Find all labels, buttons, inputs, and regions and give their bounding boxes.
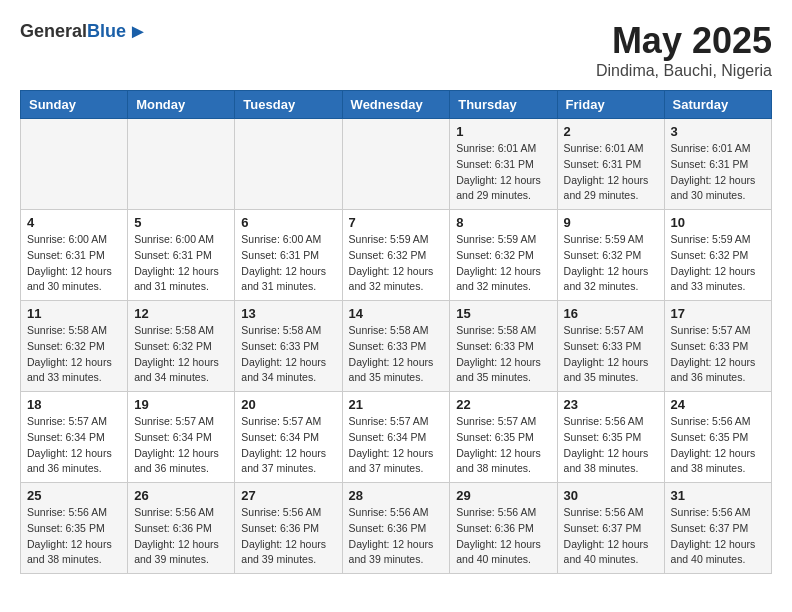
day-info: Sunrise: 5:57 AM Sunset: 6:33 PM Dayligh… — [671, 323, 765, 386]
calendar-cell: 5Sunrise: 6:00 AM Sunset: 6:31 PM Daylig… — [128, 210, 235, 301]
day-info: Sunrise: 5:56 AM Sunset: 6:37 PM Dayligh… — [671, 505, 765, 568]
calendar-cell — [342, 119, 450, 210]
week-row-4: 18Sunrise: 5:57 AM Sunset: 6:34 PM Dayli… — [21, 392, 772, 483]
calendar-cell: 16Sunrise: 5:57 AM Sunset: 6:33 PM Dayli… — [557, 301, 664, 392]
calendar-cell: 14Sunrise: 5:58 AM Sunset: 6:33 PM Dayli… — [342, 301, 450, 392]
calendar-cell: 27Sunrise: 5:56 AM Sunset: 6:36 PM Dayli… — [235, 483, 342, 574]
day-info: Sunrise: 5:59 AM Sunset: 6:32 PM Dayligh… — [456, 232, 550, 295]
header-sunday: Sunday — [21, 91, 128, 119]
day-number: 12 — [134, 306, 228, 321]
day-info: Sunrise: 5:56 AM Sunset: 6:35 PM Dayligh… — [27, 505, 121, 568]
day-number: 27 — [241, 488, 335, 503]
day-number: 13 — [241, 306, 335, 321]
day-info: Sunrise: 5:59 AM Sunset: 6:32 PM Dayligh… — [671, 232, 765, 295]
day-info: Sunrise: 5:59 AM Sunset: 6:32 PM Dayligh… — [349, 232, 444, 295]
day-number: 23 — [564, 397, 658, 412]
weekday-header-row: Sunday Monday Tuesday Wednesday Thursday… — [21, 91, 772, 119]
day-number: 17 — [671, 306, 765, 321]
calendar-cell: 28Sunrise: 5:56 AM Sunset: 6:36 PM Dayli… — [342, 483, 450, 574]
calendar-cell: 4Sunrise: 6:00 AM Sunset: 6:31 PM Daylig… — [21, 210, 128, 301]
day-number: 14 — [349, 306, 444, 321]
day-number: 1 — [456, 124, 550, 139]
month-title: May 2025 — [596, 20, 772, 62]
calendar-cell — [128, 119, 235, 210]
day-number: 25 — [27, 488, 121, 503]
day-number: 4 — [27, 215, 121, 230]
day-info: Sunrise: 6:00 AM Sunset: 6:31 PM Dayligh… — [134, 232, 228, 295]
calendar-cell: 9Sunrise: 5:59 AM Sunset: 6:32 PM Daylig… — [557, 210, 664, 301]
header-thursday: Thursday — [450, 91, 557, 119]
calendar-cell: 31Sunrise: 5:56 AM Sunset: 6:37 PM Dayli… — [664, 483, 771, 574]
week-row-5: 25Sunrise: 5:56 AM Sunset: 6:35 PM Dayli… — [21, 483, 772, 574]
header-monday: Monday — [128, 91, 235, 119]
day-info: Sunrise: 5:59 AM Sunset: 6:32 PM Dayligh… — [564, 232, 658, 295]
week-row-1: 1Sunrise: 6:01 AM Sunset: 6:31 PM Daylig… — [21, 119, 772, 210]
calendar-cell: 13Sunrise: 5:58 AM Sunset: 6:33 PM Dayli… — [235, 301, 342, 392]
header-friday: Friday — [557, 91, 664, 119]
day-info: Sunrise: 5:58 AM Sunset: 6:33 PM Dayligh… — [241, 323, 335, 386]
day-info: Sunrise: 5:56 AM Sunset: 6:35 PM Dayligh… — [671, 414, 765, 477]
calendar-cell: 23Sunrise: 5:56 AM Sunset: 6:35 PM Dayli… — [557, 392, 664, 483]
day-number: 28 — [349, 488, 444, 503]
day-number: 2 — [564, 124, 658, 139]
day-info: Sunrise: 5:57 AM Sunset: 6:33 PM Dayligh… — [564, 323, 658, 386]
calendar-cell: 6Sunrise: 6:00 AM Sunset: 6:31 PM Daylig… — [235, 210, 342, 301]
day-info: Sunrise: 5:56 AM Sunset: 6:37 PM Dayligh… — [564, 505, 658, 568]
day-number: 30 — [564, 488, 658, 503]
day-info: Sunrise: 6:01 AM Sunset: 6:31 PM Dayligh… — [564, 141, 658, 204]
day-number: 6 — [241, 215, 335, 230]
day-number: 11 — [27, 306, 121, 321]
calendar-cell: 18Sunrise: 5:57 AM Sunset: 6:34 PM Dayli… — [21, 392, 128, 483]
logo-general-text: General — [20, 21, 87, 42]
day-info: Sunrise: 5:57 AM Sunset: 6:35 PM Dayligh… — [456, 414, 550, 477]
day-number: 29 — [456, 488, 550, 503]
calendar-cell: 3Sunrise: 6:01 AM Sunset: 6:31 PM Daylig… — [664, 119, 771, 210]
calendar-cell: 17Sunrise: 5:57 AM Sunset: 6:33 PM Dayli… — [664, 301, 771, 392]
day-info: Sunrise: 5:57 AM Sunset: 6:34 PM Dayligh… — [349, 414, 444, 477]
day-info: Sunrise: 5:57 AM Sunset: 6:34 PM Dayligh… — [134, 414, 228, 477]
day-number: 20 — [241, 397, 335, 412]
location-label: Dindima, Bauchi, Nigeria — [596, 62, 772, 80]
day-info: Sunrise: 5:56 AM Sunset: 6:36 PM Dayligh… — [134, 505, 228, 568]
day-number: 10 — [671, 215, 765, 230]
calendar-cell — [235, 119, 342, 210]
calendar-table: Sunday Monday Tuesday Wednesday Thursday… — [20, 90, 772, 574]
calendar-cell: 29Sunrise: 5:56 AM Sunset: 6:36 PM Dayli… — [450, 483, 557, 574]
calendar-cell: 1Sunrise: 6:01 AM Sunset: 6:31 PM Daylig… — [450, 119, 557, 210]
week-row-3: 11Sunrise: 5:58 AM Sunset: 6:32 PM Dayli… — [21, 301, 772, 392]
calendar-cell: 8Sunrise: 5:59 AM Sunset: 6:32 PM Daylig… — [450, 210, 557, 301]
day-number: 24 — [671, 397, 765, 412]
day-number: 3 — [671, 124, 765, 139]
day-info: Sunrise: 5:58 AM Sunset: 6:33 PM Dayligh… — [349, 323, 444, 386]
logo-arrow-icon: ► — [128, 20, 148, 43]
calendar-cell: 20Sunrise: 5:57 AM Sunset: 6:34 PM Dayli… — [235, 392, 342, 483]
day-number: 21 — [349, 397, 444, 412]
day-info: Sunrise: 5:58 AM Sunset: 6:32 PM Dayligh… — [134, 323, 228, 386]
day-number: 19 — [134, 397, 228, 412]
day-number: 15 — [456, 306, 550, 321]
calendar-cell: 19Sunrise: 5:57 AM Sunset: 6:34 PM Dayli… — [128, 392, 235, 483]
calendar-cell: 24Sunrise: 5:56 AM Sunset: 6:35 PM Dayli… — [664, 392, 771, 483]
day-number: 7 — [349, 215, 444, 230]
day-info: Sunrise: 5:56 AM Sunset: 6:36 PM Dayligh… — [456, 505, 550, 568]
day-info: Sunrise: 6:00 AM Sunset: 6:31 PM Dayligh… — [241, 232, 335, 295]
week-row-2: 4Sunrise: 6:00 AM Sunset: 6:31 PM Daylig… — [21, 210, 772, 301]
calendar-cell: 2Sunrise: 6:01 AM Sunset: 6:31 PM Daylig… — [557, 119, 664, 210]
day-number: 16 — [564, 306, 658, 321]
header-wednesday: Wednesday — [342, 91, 450, 119]
day-info: Sunrise: 5:56 AM Sunset: 6:36 PM Dayligh… — [241, 505, 335, 568]
day-info: Sunrise: 6:00 AM Sunset: 6:31 PM Dayligh… — [27, 232, 121, 295]
calendar-cell: 25Sunrise: 5:56 AM Sunset: 6:35 PM Dayli… — [21, 483, 128, 574]
calendar-cell: 21Sunrise: 5:57 AM Sunset: 6:34 PM Dayli… — [342, 392, 450, 483]
logo: General Blue ► — [20, 20, 148, 43]
day-info: Sunrise: 6:01 AM Sunset: 6:31 PM Dayligh… — [671, 141, 765, 204]
day-number: 9 — [564, 215, 658, 230]
day-number: 5 — [134, 215, 228, 230]
day-info: Sunrise: 5:58 AM Sunset: 6:33 PM Dayligh… — [456, 323, 550, 386]
header-saturday: Saturday — [664, 91, 771, 119]
calendar-cell: 7Sunrise: 5:59 AM Sunset: 6:32 PM Daylig… — [342, 210, 450, 301]
calendar-cell: 22Sunrise: 5:57 AM Sunset: 6:35 PM Dayli… — [450, 392, 557, 483]
logo-blue-text: Blue — [87, 21, 126, 42]
calendar-cell: 12Sunrise: 5:58 AM Sunset: 6:32 PM Dayli… — [128, 301, 235, 392]
calendar-cell: 10Sunrise: 5:59 AM Sunset: 6:32 PM Dayli… — [664, 210, 771, 301]
